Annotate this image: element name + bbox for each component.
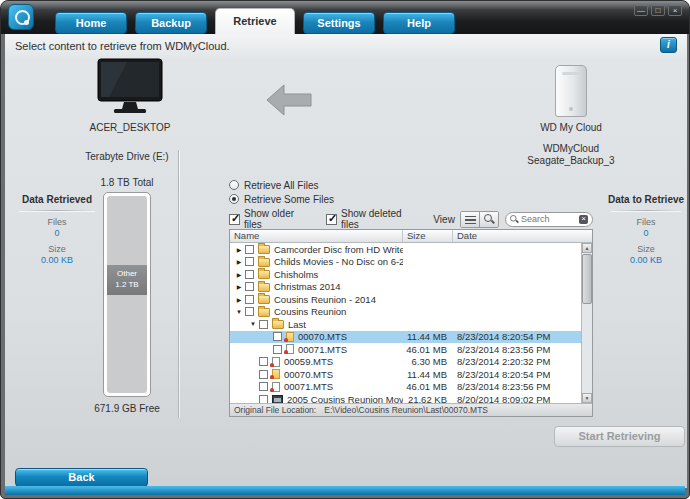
- chevron-right-icon[interactable]: ▶: [233, 296, 245, 303]
- row-checkbox[interactable]: [245, 270, 254, 279]
- file-deleted-icon: [286, 344, 294, 354]
- chevron-right-icon[interactable]: ▶: [233, 258, 245, 265]
- column-size[interactable]: Size: [403, 230, 453, 242]
- row-checkbox[interactable]: [259, 395, 268, 403]
- file-name: 00070.MTS: [284, 369, 403, 380]
- search-view-icon[interactable]: [479, 212, 498, 227]
- chevron-down-icon[interactable]: ▼: [233, 309, 245, 315]
- retrieve-all-radio[interactable]: [229, 180, 239, 190]
- file-size: 11.44 MB: [403, 331, 453, 342]
- folder-icon: [258, 245, 270, 254]
- table-row[interactable]: ▶Chisholms: [230, 268, 581, 281]
- view-toggle: [460, 211, 499, 228]
- close-icon[interactable]: ×: [668, 5, 682, 16]
- file-table: Name Size Date ▶Camcorder Disc from HD W…: [229, 229, 593, 417]
- drive-segment-size: 1.2 TB: [107, 280, 147, 291]
- tab-settings[interactable]: Settings: [303, 12, 375, 34]
- chevron-right-icon[interactable]: ▶: [233, 283, 245, 290]
- scroll-down-icon[interactable]: ▼: [582, 393, 592, 403]
- drive-capacity-bar: Other 1.2 TB: [103, 192, 151, 397]
- folder-icon: [272, 320, 284, 329]
- scroll-up-icon[interactable]: ▲: [582, 243, 592, 253]
- row-checkbox[interactable]: [273, 345, 282, 354]
- wd-logo-icon: [8, 4, 34, 30]
- file-size: 11.44 MB: [403, 369, 453, 380]
- files-value: 0: [603, 228, 687, 238]
- row-checkbox[interactable]: [245, 282, 254, 291]
- column-name[interactable]: Name: [230, 230, 403, 242]
- show-older-label: Show older files: [244, 208, 313, 230]
- info-icon[interactable]: i: [660, 37, 677, 53]
- search-input[interactable]: [521, 214, 579, 224]
- drive-segment-label: Other: [107, 269, 147, 280]
- search-box[interactable]: ×: [505, 212, 593, 227]
- file-name: 00070.MTS: [298, 331, 403, 342]
- row-checkbox[interactable]: [245, 307, 254, 316]
- chevron-down-icon[interactable]: ▼: [247, 321, 259, 327]
- view-label: View: [433, 214, 455, 225]
- table-row[interactable]: ▼Cousins Reunion: [230, 306, 581, 319]
- tab-retrieve[interactable]: Retrieve: [215, 8, 295, 34]
- size-value: 0.00 KB: [603, 255, 687, 265]
- row-checkbox[interactable]: [273, 332, 282, 341]
- filter-options-row: Show older files Show deleted files View…: [229, 210, 593, 228]
- row-checkbox[interactable]: [245, 245, 254, 254]
- table-row[interactable]: 00070.MTS11.44 MB8/23/2014 8:20:54 PM: [230, 368, 581, 381]
- row-checkbox[interactable]: [259, 370, 268, 379]
- table-row[interactable]: 00070.MTS11.44 MB8/23/2014 8:20:54 PM: [230, 331, 581, 344]
- show-deleted-checkbox[interactable]: [326, 214, 337, 225]
- retrieve-some-option[interactable]: Retrieve Some Files: [229, 192, 334, 206]
- table-row[interactable]: ▶Childs Movies - No Disc on 6-23-1: [230, 256, 581, 269]
- row-checkbox[interactable]: [245, 295, 254, 304]
- table-row[interactable]: ▶Christmas 2014: [230, 281, 581, 294]
- drive-other-segment: Other 1.2 TB: [107, 265, 147, 295]
- file-name: 00059.MTS: [284, 356, 403, 367]
- search-icon: [509, 214, 519, 224]
- tab-backup[interactable]: Backup: [135, 12, 207, 34]
- file-name: Christmas 2014: [274, 281, 403, 292]
- table-row[interactable]: 00071.MTS46.01 MB8/23/2014 8:23:56 PM: [230, 343, 581, 356]
- list-view-icon[interactable]: [461, 212, 480, 227]
- back-button[interactable]: Back: [15, 468, 148, 487]
- page-instruction: Select content to retrieve from WDMyClou…: [15, 40, 230, 52]
- show-older-checkbox[interactable]: [229, 214, 240, 225]
- row-checkbox[interactable]: [259, 382, 268, 391]
- arrow-left-icon: [266, 84, 312, 116]
- maximize-icon[interactable]: □: [651, 5, 665, 16]
- chevron-right-icon[interactable]: ▶: [233, 246, 245, 253]
- row-checkbox[interactable]: [259, 357, 268, 366]
- vertical-scrollbar[interactable]: ▲ ▼: [581, 243, 592, 403]
- drive-gauge: Terabyte Drive (E:) 1.8 TB Total Other 1…: [52, 151, 202, 414]
- minimize-icon[interactable]: —: [634, 5, 648, 16]
- tab-home[interactable]: Home: [55, 12, 127, 34]
- status-value: E:\Video\Cousins Reunion\Last\00070.MTS: [324, 404, 488, 416]
- drive-free: 671.9 GB Free: [52, 403, 202, 414]
- chevron-right-icon[interactable]: ▶: [233, 271, 245, 278]
- retrieve-mode-group: Retrieve All Files Retrieve Some Files: [229, 178, 334, 206]
- window-controls: — □ ×: [634, 5, 682, 16]
- retrieve-all-option[interactable]: Retrieve All Files: [229, 178, 334, 192]
- table-row[interactable]: 00059.MTS6.30 MB8/23/2014 2:20:32 PM: [230, 356, 581, 369]
- table-row[interactable]: ▶Camcorder Disc from HD Writer: [230, 243, 581, 256]
- clear-search-icon[interactable]: ×: [579, 215, 588, 224]
- file-name: Last: [288, 319, 403, 330]
- table-header: Name Size Date: [230, 230, 592, 243]
- start-retrieving-button[interactable]: Start Retrieving: [554, 426, 685, 447]
- folder-icon: [258, 283, 270, 292]
- table-row[interactable]: 00071.MTS46.01 MB8/23/2014 8:23:56 PM: [230, 381, 581, 394]
- table-row[interactable]: ▼Last: [230, 318, 581, 331]
- table-row[interactable]: 2005 Cousins Reunion Movie.a21.62 KB8/20…: [230, 393, 581, 403]
- scrollbar-thumb[interactable]: [582, 254, 592, 304]
- row-checkbox[interactable]: [245, 257, 254, 266]
- retrieve-some-radio[interactable]: [229, 194, 239, 204]
- files-value: 0: [11, 228, 103, 238]
- file-date: 8/20/2014 8:09:02 PM: [453, 394, 581, 403]
- status-label: Original File Location:: [234, 404, 316, 416]
- row-checkbox[interactable]: [259, 320, 268, 329]
- tab-help[interactable]: Help: [383, 12, 455, 34]
- table-row[interactable]: ▶Cousins Reunion - 2014: [230, 293, 581, 306]
- column-date[interactable]: Date: [453, 230, 592, 242]
- divider: [19, 210, 95, 211]
- file-size: 46.01 MB: [403, 381, 453, 392]
- folder-icon: [258, 308, 270, 317]
